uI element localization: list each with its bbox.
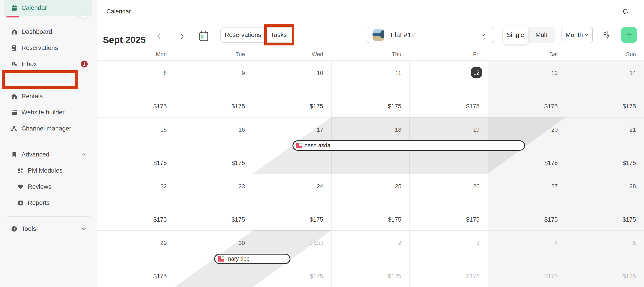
property-selector-dropdown[interactable]: Flat #12	[367, 27, 494, 43]
sidebar: LODGIFY Dashboard Reservations Inbox	[0, 0, 97, 287]
sidebar-item-label: PM Modules	[28, 167, 62, 174]
filter-sliders-icon	[602, 30, 611, 40]
toggle-single[interactable]: Single	[503, 26, 528, 44]
sidebar-section-label: Advanced	[22, 151, 50, 158]
plus-icon	[625, 31, 633, 39]
bar-chart-icon	[17, 199, 24, 206]
sidebar-item-reports[interactable]: Reports	[0, 195, 96, 211]
property-photo-thumbnail	[372, 29, 384, 41]
reservations-book-icon	[11, 45, 18, 52]
sidebar-section-tools[interactable]: Tools	[0, 221, 96, 237]
chevron-right-icon	[178, 33, 186, 40]
sidebar-item-pm-modules[interactable]: PM Modules	[0, 163, 96, 179]
tab-reservations[interactable]: Reservations	[221, 28, 265, 42]
sidebar-item-label: Dashboard	[22, 28, 52, 35]
chevron-down-icon	[480, 32, 486, 38]
sidebar-item-label: Inbox	[22, 61, 37, 68]
inbox-chat-icon	[11, 61, 18, 68]
weekday-label: Wed	[253, 48, 331, 61]
pm-modules-grid-icon	[17, 167, 24, 174]
property-name: Flat #12	[391, 31, 474, 39]
inbox-unread-badge: 1	[81, 61, 88, 68]
calendar-icon	[11, 5, 18, 12]
website-browser-icon	[11, 109, 18, 116]
month-title: Sept 2025	[103, 35, 146, 45]
weekday-label: Thu	[331, 48, 410, 61]
sidebar-item-reservations[interactable]: Reservations	[0, 40, 96, 56]
sidebar-item-website-builder[interactable]: Website builder	[0, 104, 96, 120]
channel-share-icon	[11, 125, 18, 132]
reservation-pill[interactable]: dasd asda	[292, 140, 525, 151]
sidebar-section-advanced[interactable]: Advanced	[0, 146, 96, 163]
top-bar: Calendar	[96, 0, 644, 24]
sidebar-item-label: Website builder	[22, 109, 64, 116]
sidebar-item-dashboard[interactable]: Dashboard	[0, 24, 96, 40]
event-layer: dasd asdamary doe	[96, 61, 644, 287]
weekday-label: Fri	[410, 48, 488, 61]
annotation-rect-tasks	[264, 24, 294, 46]
reservation-pill[interactable]: mary doe	[214, 254, 290, 264]
sidebar-section-label: Tools	[22, 225, 36, 232]
next-month-button[interactable]	[177, 31, 187, 42]
notifications-bell-icon[interactable]	[621, 8, 629, 16]
sidebar-item-label: Reviews	[28, 183, 52, 190]
weekday-header: Mon Tue Wed Thu Fri Sat Sun	[96, 48, 644, 61]
weekday-label: Sat	[488, 48, 566, 61]
sidebar-item-label: Rentals	[22, 93, 43, 100]
sidebar-item-label: Reports	[28, 199, 50, 206]
annotation-rect-calendar	[2, 70, 78, 89]
sidebar-item-reviews[interactable]: Reviews	[0, 179, 96, 195]
chevron-up-icon	[81, 152, 87, 157]
range-selector-dropdown[interactable]: Month	[562, 27, 593, 43]
sidebar-item-rentals[interactable]: Rentals	[0, 88, 96, 104]
sidebar-item-label: Channel manager	[22, 125, 71, 132]
chevron-down-icon	[584, 33, 589, 37]
sidebar-divider	[7, 216, 90, 217]
single-multi-toggle: Single Multi	[502, 27, 555, 43]
chevron-down-icon	[81, 226, 87, 232]
date-picker-icon	[198, 30, 209, 43]
chevron-left-icon	[156, 33, 163, 40]
breadcrumb: Calendar	[106, 8, 131, 15]
lodgify-guest-icon	[218, 256, 224, 262]
filters-button[interactable]	[600, 29, 613, 41]
toggle-multi[interactable]: Multi	[530, 27, 554, 43]
sidebar-item-inbox[interactable]: Inbox 1	[0, 56, 96, 72]
weekday-label: Sun	[566, 48, 644, 61]
bookmark-icon	[11, 151, 18, 158]
sidebar-item-label: Reservations	[22, 44, 58, 52]
lodgify-app: LODGIFY Dashboard Reservations Inbox	[0, 0, 644, 287]
date-picker-button[interactable]	[198, 30, 209, 43]
home-icon	[11, 29, 18, 35]
sidebar-item-label: Calendar	[22, 4, 47, 12]
reservation-guest-name: dasd asda	[304, 142, 330, 149]
range-selector-value: Month	[566, 31, 583, 39]
weekday-label: Tue	[175, 48, 253, 61]
plus-circle-icon	[11, 225, 18, 232]
sidebar-item-channel-manager[interactable]: Channel manager	[0, 120, 96, 137]
add-reservation-button[interactable]	[621, 27, 637, 43]
weekday-label: Mon	[96, 48, 175, 61]
heart-icon	[17, 183, 24, 190]
reservation-guest-name: mary doe	[226, 255, 250, 262]
sidebar-item-calendar[interactable]: Calendar	[4, 0, 92, 16]
lodgify-guest-icon	[296, 143, 302, 148]
previous-month-button[interactable]	[154, 31, 164, 42]
rentals-house-icon	[11, 93, 18, 100]
